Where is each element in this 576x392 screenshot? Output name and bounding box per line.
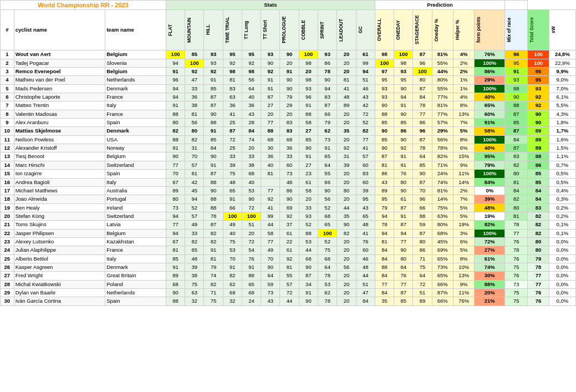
stat-lead: 48 [337, 93, 356, 101]
mix-of-race: 82 [505, 195, 528, 203]
stat-flat: 100 [166, 50, 185, 59]
stat-gc: 77 [356, 135, 375, 144]
mix-of-race: 81 [505, 178, 528, 186]
stat-gc: 84 [356, 297, 375, 306]
stat-help_pct: 1% [453, 84, 475, 93]
stat-spr: 100 [318, 229, 337, 237]
stat-flat: 89 [166, 186, 185, 195]
stat-oneday: 85 [394, 119, 413, 127]
cyclist-name: Mads Pedersen [14, 84, 105, 93]
xw-value: 22,9% [549, 59, 575, 67]
stat-hill: 87 [204, 221, 223, 229]
stat-prol: 37 [280, 221, 299, 229]
mix-of-race: 84 [505, 135, 528, 144]
row-num: 10 [1, 127, 14, 135]
stat-mountain: 81 [185, 170, 204, 178]
stat-hill: 88 [204, 195, 223, 203]
cyclist-name: Andrea Bagioli [14, 178, 105, 186]
stat-hill: 74 [204, 272, 223, 280]
stat-od_pct: 66% [432, 280, 453, 288]
xw-value: 0,7% [549, 161, 575, 169]
stat-gc: 48 [356, 263, 375, 271]
stat-spr: 91 [318, 144, 337, 152]
stat-gc: 52 [356, 119, 375, 127]
stat-hill: 92 [204, 68, 223, 76]
mix-of-race: 80 [505, 203, 528, 212]
stat-tts: 93 [261, 50, 280, 59]
stat-oneday: 91 [394, 161, 413, 169]
form-points: 39% [475, 195, 505, 203]
row-num: 9 [1, 119, 14, 127]
row-num: 16 [1, 178, 14, 186]
stat-ttl: 72 [242, 237, 261, 246]
stat-stage: 80 [413, 76, 432, 84]
stat-mountain: 100 [185, 59, 204, 67]
stat-prol: 61 [280, 229, 299, 237]
stat-prol: 83 [280, 127, 299, 135]
stat-tt: 100 [223, 212, 242, 220]
stat-od_pct: 75% [432, 203, 453, 212]
stat-flat: 67 [166, 237, 185, 246]
stat-cob: 98 [299, 76, 318, 84]
cyclist-name: Fred Wright [14, 272, 105, 280]
form-points: 82% [475, 221, 505, 229]
col-header-gc: GC [356, 10, 375, 50]
stat-hill: 87 [204, 101, 223, 110]
row-num: 11 [1, 135, 14, 144]
stat-oneday: 80 [394, 254, 413, 263]
cyclist-name: Alberto Bettiol [14, 254, 105, 263]
stat-tt: 95 [223, 50, 242, 59]
stat-flat: 73 [166, 203, 185, 212]
stat-prol: 68 [280, 135, 299, 144]
form-points: 48% [475, 203, 505, 212]
stat-tt: 69 [223, 288, 242, 297]
stat-od_pct: 65% [432, 272, 453, 280]
stat-hill: 88 [204, 178, 223, 186]
stat-gc: 99 [356, 59, 375, 67]
stat-help_pct: 7% [453, 119, 475, 127]
total-score: 90 [528, 110, 549, 118]
stat-ttl: 64 [242, 84, 261, 93]
col-header-helper-pct: Helper % [453, 10, 475, 50]
stat-mountain: 82 [185, 135, 204, 144]
mix-of-race: 88 [505, 101, 528, 110]
stat-tt: 92 [223, 59, 242, 67]
stat-gc: 51 [356, 76, 375, 84]
stat-lead: 20 [337, 59, 356, 67]
stat-lead: 90 [337, 221, 356, 229]
col-header-ttlong: TT Long [242, 10, 261, 50]
stat-tt: 41 [223, 110, 242, 118]
team-name: Italy [105, 254, 166, 263]
team-name: Australia [105, 186, 166, 195]
mix-of-race: 84 [505, 186, 528, 195]
stat-tt: 66 [223, 203, 242, 212]
stat-prol: 61 [280, 246, 299, 254]
stat-od_pct: 73% [432, 263, 453, 271]
xw-value: 9,0% [549, 76, 575, 84]
stat-mountain: 85 [185, 50, 204, 59]
stat-help_pct: 8% [453, 135, 475, 144]
stat-ttl: 72 [242, 203, 261, 212]
stat-hill: 88 [204, 203, 223, 212]
stat-tts: 41 [261, 203, 280, 212]
stat-stage: 77 [413, 110, 432, 118]
total-score: 90 [528, 119, 549, 127]
stat-gc: 39 [356, 186, 375, 195]
stat-flat: 91 [166, 263, 185, 271]
stat-lead: 20 [337, 246, 356, 254]
team-name: Italy [105, 178, 166, 186]
form-points: 76% [475, 50, 505, 59]
stat-help_pct: 6% [453, 144, 475, 152]
stat-help_pct: 11% [453, 170, 475, 178]
form-points: 91% [475, 119, 505, 127]
stat-prol: 48 [280, 178, 299, 186]
stat-overall: 81 [375, 237, 394, 246]
stat-overall: 90 [375, 127, 394, 135]
stat-tt: 75 [223, 237, 242, 246]
xw-value: 0,0% [549, 254, 575, 263]
team-name: USA [105, 135, 166, 144]
cyclist-name: Matteo Trentin [14, 101, 105, 110]
stat-spr: 78 [318, 272, 337, 280]
stat-ttl: 98 [242, 68, 261, 76]
stat-tt: 33 [223, 152, 242, 161]
